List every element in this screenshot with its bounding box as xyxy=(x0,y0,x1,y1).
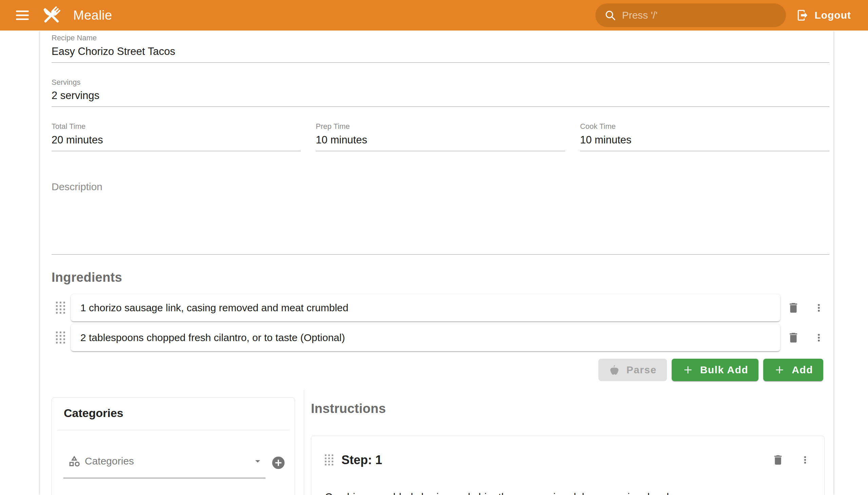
logout-label: Logout xyxy=(814,10,851,21)
logout-icon xyxy=(796,9,809,22)
ingredients-heading: Ingredients xyxy=(52,270,829,285)
divider xyxy=(58,430,289,430)
description-textarea[interactable] xyxy=(52,192,829,254)
categories-card: Categories Categories xyxy=(52,397,295,495)
drag-handle-icon[interactable] xyxy=(56,302,65,314)
recipe-name-field: Recipe Name xyxy=(52,33,829,63)
add-category-button[interactable] xyxy=(271,455,286,470)
prep-time-input[interactable] xyxy=(316,134,565,146)
app-bar: Mealie Logout xyxy=(0,0,868,31)
trash-icon xyxy=(787,331,800,344)
cook-time-field: Cook Time xyxy=(580,122,829,151)
delete-step-button[interactable] xyxy=(772,454,784,466)
bulk-add-label: Bulk Add xyxy=(700,364,749,376)
total-time-field: Total Time xyxy=(52,122,301,151)
category-shapes-icon xyxy=(68,455,81,467)
kebab-menu-icon xyxy=(800,454,811,465)
description-field: Description xyxy=(52,181,829,255)
ingredient-menu-button[interactable] xyxy=(813,302,824,313)
parse-button: Parse xyxy=(598,359,667,381)
parse-label: Parse xyxy=(626,364,657,376)
instruction-step-card: Step: 1 Combine crumbled chorizo and chi… xyxy=(311,436,824,495)
apple-icon xyxy=(609,364,620,376)
ingredient-actions-row: Parse Bulk Add Add xyxy=(52,359,829,381)
ingredient-row xyxy=(52,294,829,321)
instructions-column: Instructions Step: 1 xyxy=(304,390,829,495)
categories-heading: Categories xyxy=(64,407,295,420)
servings-label: Servings xyxy=(52,78,829,87)
total-time-label: Total Time xyxy=(52,122,301,131)
categories-select-wrap: Categories xyxy=(63,455,266,478)
cook-time-input[interactable] xyxy=(580,134,829,146)
logout-button[interactable]: Logout xyxy=(796,9,851,22)
search-input[interactable] xyxy=(622,10,777,21)
description-label: Description xyxy=(52,181,829,192)
instructions-heading: Instructions xyxy=(311,402,829,416)
step-text[interactable]: Combine crumbled chorizo and chipotle pe… xyxy=(325,490,811,495)
ingredient-input[interactable] xyxy=(80,332,771,343)
bulk-add-button[interactable]: Bulk Add xyxy=(672,359,759,381)
time-fields-row: Total Time Prep Time Cook Time xyxy=(52,122,829,151)
kebab-menu-icon xyxy=(813,332,824,343)
search-bar[interactable] xyxy=(595,3,786,27)
total-time-input[interactable] xyxy=(52,134,301,146)
ingredient-row xyxy=(52,324,829,351)
ingredient-text-field xyxy=(71,324,780,351)
add-label: Add xyxy=(792,364,813,376)
delete-ingredient-button[interactable] xyxy=(787,302,800,314)
step-title: Step: 1 xyxy=(341,453,382,467)
categories-select[interactable]: Categories xyxy=(63,455,266,478)
step-menu-button[interactable] xyxy=(800,454,811,465)
categories-column: Categories Categories xyxy=(52,390,304,495)
plus-icon xyxy=(773,364,786,376)
hamburger-menu-icon[interactable] xyxy=(13,6,32,25)
drag-handle-icon[interactable] xyxy=(325,454,333,465)
prep-time-label: Prep Time xyxy=(316,122,565,131)
chevron-down-icon[interactable] xyxy=(252,455,263,467)
servings-input[interactable] xyxy=(52,89,829,102)
delete-ingredient-button[interactable] xyxy=(787,331,800,344)
recipe-editor-card: Recipe Name Servings Total Time Prep Tim… xyxy=(40,31,833,495)
trash-icon xyxy=(772,454,784,466)
recipe-name-input[interactable] xyxy=(52,46,829,58)
servings-field: Servings xyxy=(52,78,829,107)
search-icon xyxy=(604,9,616,21)
lower-section: Categories Categories xyxy=(52,390,829,495)
recipe-name-label: Recipe Name xyxy=(52,33,829,43)
plus-circle-icon xyxy=(271,455,286,470)
ingredient-input[interactable] xyxy=(80,302,771,313)
drag-handle-icon[interactable] xyxy=(56,331,65,344)
add-button[interactable]: Add xyxy=(763,359,823,381)
prep-time-field: Prep Time xyxy=(316,122,565,151)
cook-time-label: Cook Time xyxy=(580,122,829,131)
categories-select-label: Categories xyxy=(85,455,134,467)
mealie-logo-icon xyxy=(40,4,63,27)
app-title: Mealie xyxy=(73,8,112,23)
trash-icon xyxy=(787,302,800,314)
plus-icon xyxy=(682,364,694,376)
ingredient-text-field xyxy=(71,294,780,321)
ingredient-menu-button[interactable] xyxy=(813,332,824,343)
kebab-menu-icon xyxy=(813,302,824,313)
step-header: Step: 1 xyxy=(325,453,811,467)
